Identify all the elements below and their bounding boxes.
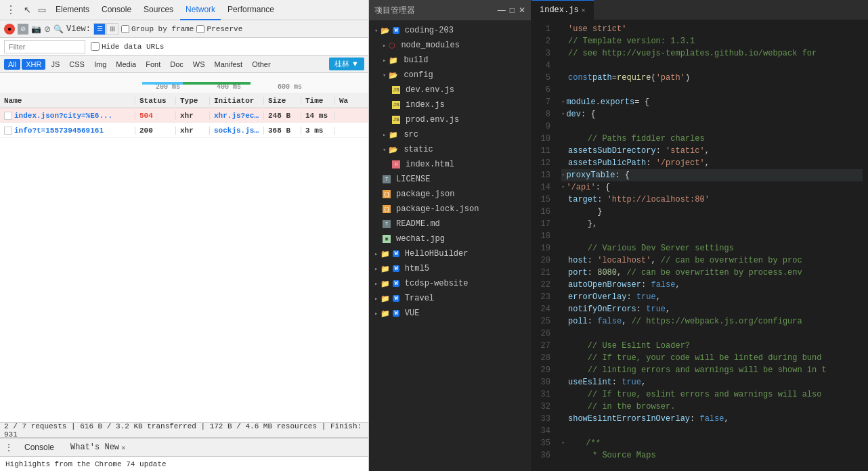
type-btn-font[interactable]: Font bbox=[142, 59, 165, 70]
tree-item[interactable]: ▾📂static bbox=[369, 142, 531, 157]
code-line[interactable]: // Paths fiddler charles bbox=[561, 133, 863, 145]
hide-data-urls-checkbox[interactable] bbox=[91, 42, 100, 51]
tree-item[interactable]: ▸📁 WTravel bbox=[369, 291, 531, 306]
code-line[interactable]: assetsSubDirectory: 'static', bbox=[561, 145, 863, 157]
code-line[interactable]: // If true, eslint errors and warnings w… bbox=[561, 388, 863, 401]
stop-button[interactable]: ⊘ bbox=[18, 24, 28, 35]
code-line[interactable]: autoOpenBrowser: false, bbox=[561, 279, 863, 291]
fold-arrow-icon[interactable]: ▾ bbox=[561, 108, 565, 120]
group-by-frame-checkbox[interactable] bbox=[121, 25, 129, 33]
tab-sources[interactable]: Sources bbox=[138, 0, 179, 20]
code-line[interactable]: * Source Maps bbox=[561, 449, 863, 462]
type-btn-doc[interactable]: Doc bbox=[166, 59, 188, 70]
code-line[interactable] bbox=[561, 328, 863, 340]
code-line[interactable]: } bbox=[561, 206, 863, 218]
tab-console[interactable]: Console bbox=[96, 0, 137, 20]
code-line[interactable] bbox=[561, 120, 863, 133]
list-view-btn[interactable]: ☰ bbox=[93, 23, 106, 35]
tree-item[interactable]: ▾📂config bbox=[369, 68, 531, 83]
tree-item[interactable]: ▸📁 WHelloHBuilder bbox=[369, 246, 531, 261]
tree-item[interactable]: ▸📁src bbox=[369, 127, 531, 142]
fe-close-btn[interactable]: ✕ bbox=[519, 5, 525, 15]
tree-item[interactable]: ▾📂 Wcoding-203 bbox=[369, 23, 531, 38]
camera-button[interactable]: 📷 bbox=[31, 24, 41, 34]
filter-button[interactable]: ⊘ bbox=[44, 24, 51, 34]
tab-elements[interactable]: Elements bbox=[50, 0, 95, 20]
code-line[interactable]: host: 'localhost', // can be overwritten… bbox=[561, 254, 863, 267]
code-line[interactable] bbox=[561, 425, 863, 437]
tree-item[interactable]: ▸⬡node_modules bbox=[369, 38, 531, 53]
code-line[interactable]: showEslintErrorsInOverlay: false, bbox=[561, 413, 863, 425]
filter-input[interactable] bbox=[4, 40, 85, 53]
code-line[interactable]: ▾ '/api': { bbox=[561, 181, 863, 194]
tree-item[interactable]: ▸📁 WVUE bbox=[369, 306, 531, 321]
code-line[interactable]: ▾ dev: { bbox=[561, 108, 863, 120]
type-btn-other[interactable]: Other bbox=[248, 59, 275, 70]
type-btn-manifest[interactable]: Manifest bbox=[211, 59, 247, 70]
code-line[interactable]: // Various Dev Server settings bbox=[561, 242, 863, 254]
code-line[interactable]: }, bbox=[561, 218, 863, 230]
code-line[interactable]: // Use Eslint Loader? bbox=[561, 340, 863, 352]
record-button[interactable]: ● bbox=[4, 24, 15, 35]
tree-item[interactable]: Hindex.html bbox=[369, 157, 531, 172]
code-line[interactable]: ▾ /** bbox=[561, 437, 863, 449]
type-btn-media[interactable]: Media bbox=[112, 59, 140, 70]
code-line[interactable] bbox=[561, 60, 863, 72]
fold-arrow-icon[interactable]: ▾ bbox=[561, 96, 565, 108]
table-row[interactable]: info?t=1557394569161 200 xhr sockjs.js?.… bbox=[0, 123, 368, 138]
code-line[interactable]: ▾ proxyTable: { bbox=[561, 169, 863, 181]
fold-arrow-icon[interactable]: ▾ bbox=[561, 181, 565, 194]
preserve-log-checkbox[interactable] bbox=[196, 25, 204, 33]
code-line[interactable]: 'use strict' bbox=[561, 23, 863, 35]
code-line[interactable]: assetsPublicPath: '/project', bbox=[561, 157, 863, 169]
tree-item[interactable]: ▸📁 Whtml5 bbox=[369, 261, 531, 276]
device-icon-btn[interactable]: ▭ bbox=[35, 3, 49, 17]
code-line[interactable]: // linting errors and warnings will be s… bbox=[561, 364, 863, 376]
tree-item[interactable]: TLICENSE bbox=[369, 172, 531, 187]
type-btn-all[interactable]: All bbox=[4, 59, 20, 70]
fold-arrow-icon[interactable]: ▾ bbox=[561, 169, 565, 181]
close-whats-new-icon[interactable]: ✕ bbox=[121, 443, 126, 452]
grid-view-btn[interactable]: ⊞ bbox=[106, 23, 118, 35]
console-dots[interactable]: ⋮ bbox=[4, 442, 14, 453]
tab-close-icon[interactable]: ✕ bbox=[582, 6, 586, 14]
tree-item[interactable]: JSindex.js bbox=[369, 97, 531, 112]
code-line[interactable]: ▾module.exports = { bbox=[561, 96, 863, 108]
tree-item[interactable]: JSprod.env.js bbox=[369, 112, 531, 127]
code-line[interactable] bbox=[561, 84, 863, 96]
code-tab-index-js[interactable]: index.js ✕ bbox=[531, 0, 594, 20]
code-line[interactable]: // in the browser. bbox=[561, 401, 863, 413]
code-line[interactable]: errorOverlay: true, bbox=[561, 291, 863, 303]
fold-arrow-icon[interactable]: ▾ bbox=[561, 437, 565, 449]
tree-item[interactable]: JSdev.env.js bbox=[369, 83, 531, 97]
type-btn-img[interactable]: Img bbox=[90, 59, 110, 70]
tree-item[interactable]: ▸📁 Wtcdsp-website bbox=[369, 276, 531, 291]
type-btn-xhr[interactable]: XHR bbox=[22, 59, 45, 70]
code-line[interactable]: // see http://vuejs-templates.github.io/… bbox=[561, 47, 863, 60]
code-line[interactable]: port: 8080, // can be overwritten by pro… bbox=[561, 267, 863, 279]
code-line[interactable]: target: 'http://localhost:80' bbox=[561, 194, 863, 206]
type-btn-ws[interactable]: WS bbox=[189, 59, 209, 70]
search-button[interactable]: 🔍 bbox=[53, 24, 64, 34]
code-line[interactable] bbox=[561, 230, 863, 242]
tree-item[interactable]: TREADME.md bbox=[369, 217, 531, 231]
code-lines[interactable]: 'use strict'// Template version: 1.3.1//… bbox=[556, 20, 868, 471]
type-btn-js[interactable]: JS bbox=[47, 59, 64, 70]
tab-console-bottom[interactable]: Console bbox=[19, 440, 60, 455]
tab-network[interactable]: Network bbox=[180, 0, 221, 20]
code-line[interactable]: // If true, your code will be linted dur… bbox=[561, 352, 863, 364]
type-btn-css[interactable]: CSS bbox=[65, 59, 89, 70]
location-button[interactable]: 桂林 ▼ bbox=[329, 58, 364, 70]
table-row[interactable]: index.json?city=%E6... 504 xhr xhr.js?ec… bbox=[0, 108, 368, 123]
fe-maximize-btn[interactable]: □ bbox=[510, 5, 515, 15]
code-line[interactable]: // Template version: 1.3.1 bbox=[561, 35, 863, 47]
code-line[interactable]: useEslint: true, bbox=[561, 376, 863, 388]
tree-item[interactable]: ▣wechat.jpg bbox=[369, 231, 531, 246]
tab-whats-new[interactable]: What's New ✕ bbox=[65, 440, 131, 455]
fe-minimize-btn[interactable]: — bbox=[498, 5, 506, 15]
tab-performance[interactable]: Performance bbox=[222, 0, 280, 20]
tree-item[interactable]: {}package-lock.json bbox=[369, 202, 531, 217]
code-line[interactable]: poll: false, // https://webpack.js.org/c… bbox=[561, 315, 863, 328]
code-line[interactable]: notifyOnErrors: true, bbox=[561, 303, 863, 315]
tree-item[interactable]: ▸📁build bbox=[369, 53, 531, 68]
